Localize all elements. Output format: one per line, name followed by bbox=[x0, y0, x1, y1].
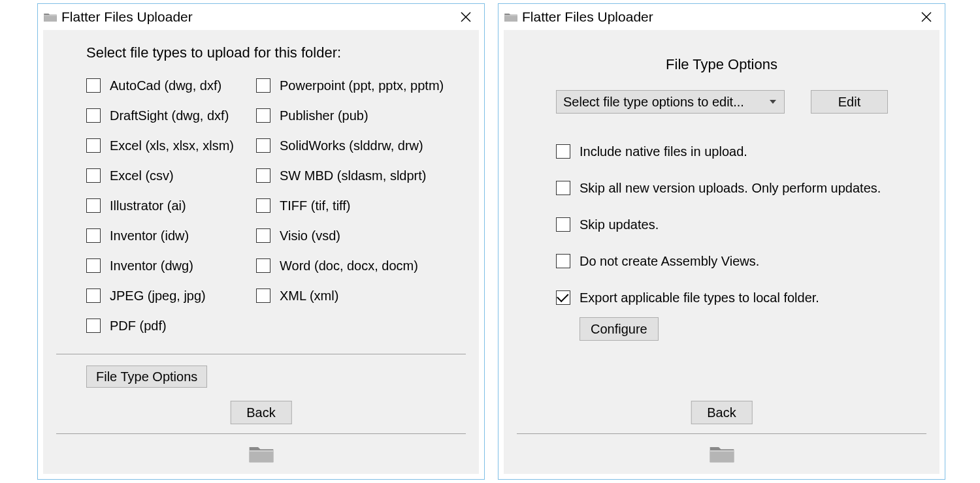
file-type-label: Powerpoint (ppt, pptx, pptm) bbox=[280, 78, 444, 93]
file-type-row: Powerpoint (ppt, pptx, pptm) bbox=[256, 70, 466, 101]
checkbox[interactable] bbox=[86, 138, 101, 153]
close-icon bbox=[460, 11, 472, 23]
checkbox[interactable] bbox=[86, 198, 101, 213]
checkbox[interactable] bbox=[256, 228, 270, 243]
file-type-row: Inventor (dwg) bbox=[86, 251, 256, 281]
file-type-row: Excel (xls, xlsx, xlsm) bbox=[86, 131, 256, 161]
client-area: File Type Options Select file type optio… bbox=[504, 30, 939, 474]
checkbox[interactable] bbox=[256, 168, 270, 183]
file-type-select[interactable]: Select file type options to edit... bbox=[556, 90, 785, 114]
file-type-label: JPEG (jpeg, jpg) bbox=[110, 288, 206, 304]
checkbox[interactable] bbox=[86, 228, 101, 243]
separator bbox=[56, 433, 466, 434]
chevron-down-icon bbox=[770, 100, 776, 104]
checkbox[interactable] bbox=[556, 290, 570, 305]
checkbox[interactable] bbox=[256, 258, 270, 273]
file-type-label: Excel (xls, xlsx, xlsm) bbox=[110, 138, 234, 153]
back-button[interactable]: Back bbox=[230, 401, 291, 424]
checkbox[interactable] bbox=[86, 168, 101, 183]
checkbox[interactable] bbox=[86, 78, 101, 93]
uploader-window-file-types: Flatter Files Uploader Select file types… bbox=[37, 3, 485, 480]
file-type-row: Inventor (idw) bbox=[86, 221, 256, 251]
separator bbox=[517, 433, 926, 434]
option-row: Do not create Assembly Views. bbox=[556, 243, 913, 279]
close-button[interactable] bbox=[912, 7, 941, 27]
file-type-label: AutoCad (dwg, dxf) bbox=[110, 78, 221, 93]
checkbox[interactable] bbox=[86, 258, 101, 273]
checkbox[interactable] bbox=[256, 138, 270, 153]
file-type-label: Excel (csv) bbox=[110, 168, 174, 183]
separator bbox=[56, 354, 466, 354]
checkbox[interactable] bbox=[556, 181, 570, 195]
checkbox[interactable] bbox=[256, 288, 270, 303]
file-type-label: Word (doc, docx, docm) bbox=[280, 258, 418, 273]
option-label: Include native files in upload. bbox=[580, 144, 747, 159]
file-type-row: XML (xml) bbox=[256, 281, 466, 311]
checkbox[interactable] bbox=[256, 78, 270, 93]
file-type-row: Publisher (pub) bbox=[256, 101, 466, 131]
file-type-options-button[interactable]: File Type Options bbox=[86, 366, 207, 388]
folder-icon bbox=[708, 444, 736, 463]
titlebar: Flatter Files Uploader bbox=[38, 4, 484, 30]
checkbox[interactable] bbox=[256, 198, 270, 213]
file-type-row: DraftSight (dwg, dxf) bbox=[86, 101, 256, 131]
file-type-row: Visio (vsd) bbox=[256, 221, 466, 251]
page-heading: Select file types to upload for this fol… bbox=[86, 44, 466, 61]
checkbox[interactable] bbox=[86, 288, 101, 303]
file-type-label: PDF (pdf) bbox=[110, 319, 167, 334]
folder-icon bbox=[248, 444, 275, 463]
close-icon bbox=[921, 11, 932, 23]
option-label: Skip updates. bbox=[580, 217, 659, 232]
file-type-label: XML (xml) bbox=[280, 288, 338, 304]
checkbox[interactable] bbox=[86, 108, 101, 123]
option-row: Skip all new version uploads. Only perfo… bbox=[556, 170, 913, 206]
client-area: Select file types to upload for this fol… bbox=[43, 30, 479, 474]
close-button[interactable] bbox=[451, 7, 480, 27]
file-type-row: TIFF (tif, tiff) bbox=[256, 191, 466, 221]
option-label: Export applicable file types to local fo… bbox=[580, 290, 819, 305]
back-button[interactable]: Back bbox=[691, 401, 752, 424]
file-type-row: Word (doc, docx, docm) bbox=[256, 251, 466, 281]
file-type-label: SolidWorks (slddrw, drw) bbox=[280, 138, 423, 153]
checkbox[interactable] bbox=[256, 108, 270, 123]
window-title: Flatter Files Uploader bbox=[61, 9, 451, 25]
checkbox[interactable] bbox=[556, 217, 570, 232]
file-type-row: Illustrator (ai) bbox=[86, 191, 256, 221]
file-type-row: AutoCad (dwg, dxf) bbox=[86, 70, 256, 101]
option-row: Skip updates. bbox=[556, 206, 913, 243]
edit-button[interactable]: Edit bbox=[811, 90, 888, 114]
file-type-label: Inventor (idw) bbox=[110, 228, 189, 243]
file-type-row: SW MBD (sldasm, sldprt) bbox=[256, 161, 466, 191]
option-row: Export applicable file types to local fo… bbox=[556, 279, 913, 316]
options-list: Include native files in upload.Skip all … bbox=[556, 133, 913, 316]
file-type-columns: AutoCad (dwg, dxf)DraftSight (dwg, dxf)E… bbox=[86, 70, 466, 341]
file-type-label: Illustrator (ai) bbox=[110, 198, 186, 213]
checkbox[interactable] bbox=[556, 144, 570, 159]
file-type-label: DraftSight (dwg, dxf) bbox=[110, 108, 229, 123]
option-label: Skip all new version uploads. Only perfo… bbox=[580, 181, 881, 196]
file-type-row: Excel (csv) bbox=[86, 161, 256, 191]
dropdown-placeholder: Select file type options to edit... bbox=[563, 95, 770, 110]
folder-icon bbox=[504, 12, 518, 22]
folder-icon bbox=[43, 12, 57, 22]
file-type-label: Visio (vsd) bbox=[280, 228, 340, 243]
configure-button[interactable]: Configure bbox=[580, 317, 659, 341]
file-type-label: SW MBD (sldasm, sldprt) bbox=[280, 168, 426, 183]
page-heading: File Type Options bbox=[504, 56, 939, 73]
file-type-label: TIFF (tif, tiff) bbox=[280, 198, 351, 213]
option-label: Do not create Assembly Views. bbox=[580, 254, 759, 269]
option-row: Include native files in upload. bbox=[556, 133, 913, 170]
file-type-label: Inventor (dwg) bbox=[110, 258, 193, 273]
window-title: Flatter Files Uploader bbox=[522, 9, 912, 25]
checkbox[interactable] bbox=[556, 254, 570, 268]
file-type-row: PDF (pdf) bbox=[86, 311, 256, 341]
file-type-label: Publisher (pub) bbox=[280, 108, 368, 123]
file-type-row: JPEG (jpeg, jpg) bbox=[86, 281, 256, 311]
checkbox[interactable] bbox=[86, 319, 101, 333]
file-type-row: SolidWorks (slddrw, drw) bbox=[256, 131, 466, 161]
uploader-window-options: Flatter Files Uploader File Type Options… bbox=[498, 3, 945, 480]
titlebar: Flatter Files Uploader bbox=[498, 4, 945, 30]
